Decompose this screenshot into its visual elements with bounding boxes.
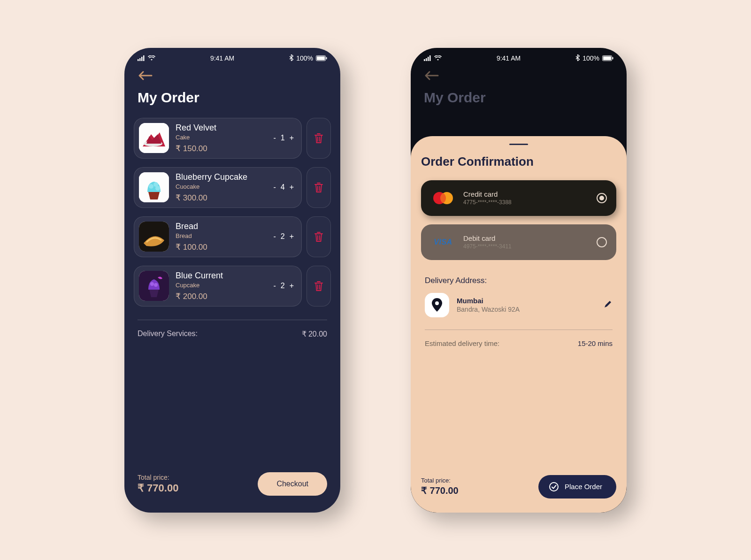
payment-option-debit[interactable]: VISA Debit card 4975-****-****-3411 (421, 224, 616, 260)
wifi-icon (434, 55, 442, 61)
svg-rect-20 (429, 55, 431, 61)
order-category: Cake (176, 134, 267, 141)
confirmation-sheet: Order Confirmation Credit card 4775-****… (411, 136, 627, 513)
visa-text: VISA (434, 238, 452, 246)
signal-icon (138, 55, 145, 61)
product-thumb (139, 172, 169, 202)
qty-value: 4 (281, 183, 285, 192)
delivery-label: Delivery Services: (138, 330, 198, 338)
order-list: Red Velvet Cake ₹ 150.00 - 1 + (124, 118, 340, 307)
order-card[interactable]: Blue Current Cupcake ₹ 200.00 - 2 + (134, 266, 302, 307)
svg-rect-2 (141, 57, 143, 61)
order-category: Bread (176, 232, 267, 239)
payment-option-credit[interactable]: Credit card 4775-****-****-3388 (421, 180, 616, 216)
status-bar: 9:41 AM 100% (411, 48, 627, 65)
page-title: My Order (124, 81, 340, 118)
order-price: ₹ 150.00 (176, 144, 267, 153)
qty-minus[interactable]: - (273, 232, 276, 241)
product-thumb (139, 271, 169, 301)
qty-value: 2 (281, 282, 285, 290)
qty-plus[interactable]: + (290, 232, 294, 241)
order-card[interactable]: Red Velvet Cake ₹ 150.00 - 1 + (134, 118, 302, 159)
quantity-stepper: - 1 + (273, 134, 294, 142)
order-price: ₹ 100.00 (176, 242, 267, 252)
total-label: Total price: (138, 474, 178, 481)
product-thumb (139, 123, 169, 153)
signal-icon (424, 55, 431, 61)
radio-unselected[interactable] (597, 237, 607, 247)
order-row: Blueberry Cupcake Cuocake ₹ 300.00 - 4 + (134, 167, 331, 208)
qty-plus[interactable]: + (290, 282, 294, 290)
svg-rect-0 (138, 59, 139, 61)
svg-rect-23 (613, 57, 613, 60)
totals-bar: Total price: ₹ 770.00 Checkout (124, 472, 340, 496)
order-name: Red Velvet (176, 123, 267, 133)
qty-minus[interactable]: - (273, 282, 276, 290)
order-row: Red Velvet Cake ₹ 150.00 - 1 + (134, 118, 331, 159)
order-name: Blue Current (176, 271, 267, 281)
order-category: Cupcake (176, 282, 267, 289)
checkout-button[interactable]: Checkout (258, 472, 327, 496)
svg-rect-5 (317, 56, 325, 60)
trash-icon (314, 132, 324, 144)
qty-plus[interactable]: + (290, 134, 294, 142)
delete-button[interactable] (307, 266, 331, 307)
order-card[interactable]: Bread Bread ₹ 100.00 - 2 + (134, 216, 302, 257)
svg-rect-22 (603, 56, 611, 60)
status-time: 9:41 AM (210, 54, 234, 62)
order-price: ₹ 300.00 (176, 193, 267, 203)
delete-button[interactable] (307, 167, 331, 208)
trash-icon (314, 182, 324, 193)
battery-icon (602, 55, 613, 61)
qty-value: 1 (281, 134, 285, 142)
total-label: Total price: (421, 477, 459, 484)
order-price: ₹ 200.00 (176, 292, 267, 301)
back-button[interactable] (411, 65, 627, 81)
svg-point-12 (155, 186, 160, 191)
trash-icon (314, 280, 324, 292)
svg-rect-1 (139, 58, 141, 61)
location-icon (425, 293, 449, 317)
quantity-stepper: - 2 + (273, 282, 294, 290)
back-button[interactable] (124, 65, 340, 81)
svg-rect-3 (143, 55, 145, 61)
delivery-row: Delivery Services: ₹ 20.00 (124, 320, 340, 338)
svg-rect-18 (426, 58, 427, 61)
payment-number: 4775-****-****-3388 (463, 199, 589, 206)
delete-button[interactable] (307, 216, 331, 257)
trash-icon (314, 231, 324, 242)
battery-icon (316, 55, 327, 61)
edit-address-button[interactable] (603, 299, 613, 311)
svg-point-26 (435, 301, 439, 305)
payment-number: 4975-****-****-3411 (463, 243, 589, 250)
svg-rect-19 (428, 57, 429, 61)
qty-minus[interactable]: - (273, 183, 276, 192)
status-time: 9:41 AM (497, 54, 521, 62)
qty-plus[interactable]: + (290, 183, 294, 192)
order-category: Cuocake (176, 183, 267, 190)
mastercard-icon (430, 189, 456, 207)
quantity-stepper: - 2 + (273, 232, 294, 241)
order-name: Blueberry Cupcake (176, 172, 267, 182)
place-order-label: Place Order (565, 483, 602, 491)
eta-value: 15-20 mins (578, 339, 613, 347)
page-title-dimmed: My Order (411, 81, 627, 118)
sheet-handle[interactable] (509, 144, 528, 145)
svg-rect-17 (424, 59, 425, 61)
bluetooth-icon (289, 54, 293, 62)
visa-icon: VISA (430, 233, 456, 252)
qty-minus[interactable]: - (273, 134, 276, 142)
order-card[interactable]: Blueberry Cupcake Cuocake ₹ 300.00 - 4 + (134, 167, 302, 208)
place-order-button[interactable]: Place Order (538, 475, 616, 499)
svg-point-27 (550, 483, 558, 491)
radio-selected[interactable] (597, 193, 607, 203)
status-bar: 9:41 AM 100% (124, 48, 340, 65)
svg-point-15 (150, 282, 154, 286)
order-row: Blue Current Cupcake ₹ 200.00 - 2 + (134, 266, 331, 307)
phone-my-order: 9:41 AM 100% My Order Red Velvet Cake (124, 48, 340, 513)
address-row: Mumbai Bandra, Wazoski 92A (421, 293, 616, 317)
delete-button[interactable] (307, 118, 331, 159)
eta-row: Estimated delivery time: 15-20 mins (421, 330, 616, 347)
battery-text: 100% (582, 54, 599, 62)
order-row: Bread Bread ₹ 100.00 - 2 + (134, 216, 331, 257)
